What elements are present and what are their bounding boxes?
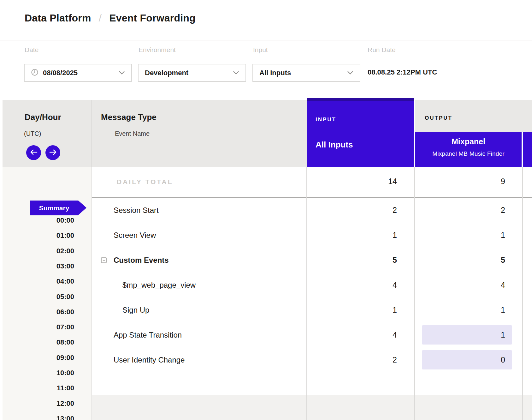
hour-label[interactable]: 08:00 xyxy=(11,338,74,347)
previous-day-button[interactable] xyxy=(26,145,41,160)
hour-label[interactable]: 09:00 xyxy=(11,353,74,362)
hour-rail: Summary 00:0001:0002:0003:0004:0005:0006… xyxy=(3,167,92,420)
environment-dropdown[interactable]: Development xyxy=(138,64,246,82)
table-row: Screen View11 xyxy=(92,223,532,248)
table-row: User Identity Change20 xyxy=(92,347,532,372)
next-day-button[interactable] xyxy=(45,145,60,160)
input-count: 1 xyxy=(271,223,397,248)
mixpanel-column-title: Mixpanel xyxy=(415,137,522,146)
input-column-header[interactable]: INPUT All Inputs xyxy=(307,98,414,167)
mixpanel-column-header[interactable]: Mixpanel Mixpanel MB Music Finder xyxy=(415,132,522,167)
input-count: 4 xyxy=(271,273,397,297)
date-dropdown[interactable]: 08/08/2025 xyxy=(24,64,132,82)
date-filter-label: Date xyxy=(25,46,38,54)
mixpanel-column-subtitle: Mixpanel MB Music Finder xyxy=(415,150,522,157)
input-column-title: All Inputs xyxy=(316,140,353,150)
day-navigation xyxy=(26,145,60,160)
table-row: −Custom Events55 xyxy=(92,248,532,273)
event-name: Sign Up xyxy=(122,297,149,322)
day-hour-title: Day/Hour xyxy=(25,112,61,122)
input-value: All Inputs xyxy=(259,69,291,77)
output-section-kicker: OUTPUT xyxy=(425,115,452,121)
summary-badge-arrow xyxy=(78,201,86,215)
output-column-partial xyxy=(523,132,532,167)
table-body: Session Start22Screen View11−Custom Even… xyxy=(92,198,532,395)
hour-label[interactable]: 11:00 xyxy=(11,384,74,393)
event-forwarding-page: Data Platform / Event Forwarding Date En… xyxy=(0,0,532,420)
chevron-down-icon xyxy=(347,70,353,76)
event-name: App State Transition xyxy=(114,322,182,347)
divider xyxy=(306,167,307,420)
input-count: 4 xyxy=(271,322,397,347)
output-section-header: OUTPUT xyxy=(415,100,532,132)
table-row: App State Transition41 xyxy=(92,322,532,347)
hour-label[interactable]: 13:00 xyxy=(11,414,74,420)
output-count: 1 xyxy=(379,223,505,248)
page-title: Event Forwarding xyxy=(109,12,195,24)
hour-label[interactable]: 03:00 xyxy=(11,262,74,271)
output-count: 1 xyxy=(379,322,505,347)
event-name: Custom Events xyxy=(114,248,169,273)
breadcrumb-separator: / xyxy=(99,12,102,24)
hour-label[interactable]: 12:00 xyxy=(11,399,74,408)
event-name: Session Start xyxy=(114,198,159,223)
event-name-subtitle: Event Name xyxy=(115,130,150,137)
hour-label[interactable]: 07:00 xyxy=(11,323,74,332)
input-count: 5 xyxy=(271,248,397,273)
input-filter-label: Input xyxy=(253,46,268,54)
table-row: $mp_web_page_view44 xyxy=(92,273,532,297)
output-count: 0 xyxy=(379,347,505,372)
input-count: 1 xyxy=(271,297,397,322)
divider xyxy=(414,167,415,420)
run-date-value: 08.08.25 2:12PM UTC xyxy=(368,68,437,76)
table-footer-band xyxy=(92,395,532,420)
output-count: 5 xyxy=(379,248,505,273)
event-name: User Identity Change xyxy=(114,347,185,372)
input-column-accent-strip xyxy=(307,98,414,101)
input-count: 2 xyxy=(271,347,397,372)
daily-total-output-count: 9 xyxy=(379,177,505,186)
environment-value: Development xyxy=(145,69,188,77)
environment-filter-label: Environment xyxy=(139,46,176,54)
daily-total-row: DAILY TOTAL 14 9 xyxy=(92,167,532,198)
hour-label[interactable]: 05:00 xyxy=(11,292,74,301)
breadcrumb-section[interactable]: Data Platform xyxy=(25,12,91,24)
input-count: 2 xyxy=(271,198,397,223)
message-type-header: Message Type Event Name xyxy=(92,100,307,167)
hour-label[interactable]: 06:00 xyxy=(11,308,74,316)
output-count: 2 xyxy=(379,198,505,223)
arrow-right-icon xyxy=(49,149,57,156)
daily-total-input-count: 14 xyxy=(271,177,397,186)
arrow-left-icon xyxy=(30,149,38,156)
date-value: 08/08/2025 xyxy=(43,69,78,77)
event-name: $mp_web_page_view xyxy=(122,273,196,297)
daily-total-label: DAILY TOTAL xyxy=(117,178,173,186)
hour-label[interactable]: 00:00 xyxy=(11,216,74,225)
chevron-down-icon xyxy=(119,70,125,76)
message-type-title: Message Type xyxy=(101,112,157,122)
table-row: Sign Up11 xyxy=(92,297,532,322)
run-date-label: Run Date xyxy=(368,46,396,54)
collapse-toggle[interactable]: − xyxy=(101,257,107,263)
output-count: 4 xyxy=(379,273,505,297)
hour-label[interactable]: 10:00 xyxy=(11,369,74,377)
input-dropdown[interactable]: All Inputs xyxy=(252,64,360,82)
table-row: Session Start22 xyxy=(92,198,532,223)
summary-badge[interactable]: Summary xyxy=(30,201,86,215)
output-count: 1 xyxy=(379,297,505,322)
day-hour-subtitle: (UTC) xyxy=(24,130,41,137)
input-column-kicker: INPUT xyxy=(316,117,336,123)
breadcrumb-bar: Data Platform / Event Forwarding xyxy=(0,0,532,40)
day-hour-header: Day/Hour (UTC) xyxy=(3,100,92,167)
hour-label[interactable]: 02:00 xyxy=(11,247,74,255)
summary-badge-label: Summary xyxy=(30,201,78,215)
hour-label[interactable]: 04:00 xyxy=(11,277,74,286)
divider xyxy=(522,167,523,420)
event-name: Screen View xyxy=(114,223,156,248)
hour-label[interactable]: 01:00 xyxy=(11,231,74,240)
clock-icon xyxy=(31,69,38,77)
divider xyxy=(92,167,92,420)
breadcrumb: Data Platform / Event Forwarding xyxy=(25,12,196,24)
chevron-down-icon xyxy=(233,70,239,76)
